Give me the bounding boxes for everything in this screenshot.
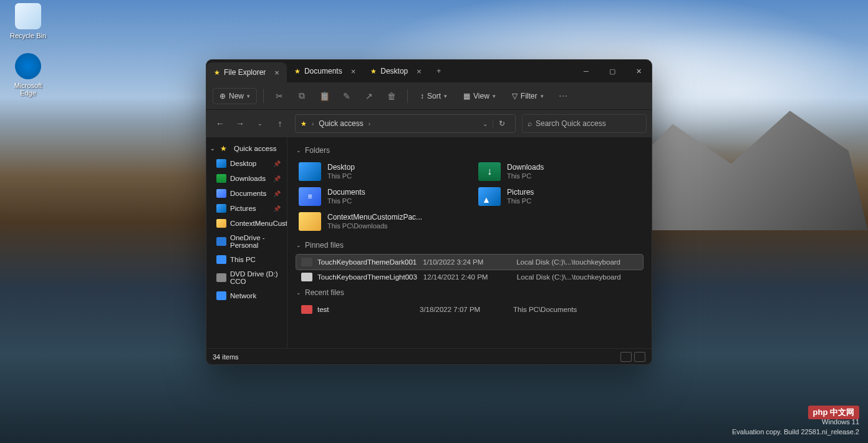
search-input[interactable]: ⌕ Search Quick access bbox=[522, 114, 647, 133]
pin-icon: 📌 bbox=[273, 205, 281, 212]
sidebar-item-label: Quick access bbox=[234, 145, 276, 152]
new-button[interactable]: ⊕ New ▾ bbox=[213, 88, 257, 104]
section-label: Recent files bbox=[305, 288, 344, 297]
folder-icon bbox=[216, 273, 226, 282]
watermark-line2: Evaluation copy. Build 22581.ni_release.… bbox=[732, 427, 859, 437]
filter-button[interactable]: ▽ Filter ▾ bbox=[506, 89, 550, 104]
paste-button[interactable]: 📋 bbox=[315, 87, 334, 105]
file-location: Local Disk (C:)\...\touchkeyboard bbox=[516, 258, 641, 266]
folder-item[interactable]: Documents This PC bbox=[296, 185, 463, 208]
sidebar-item-label: OneDrive - Personal bbox=[230, 234, 281, 249]
folder-item[interactable]: Pictures This PC bbox=[476, 185, 643, 208]
sidebar-item[interactable]: DVD Drive (D:) CCO bbox=[206, 267, 287, 288]
folder-location: This PC bbox=[327, 172, 355, 181]
desktop-icon-edge[interactable]: Microsoft Edge bbox=[9, 53, 47, 97]
chevron-down-icon: ⌄ bbox=[296, 290, 301, 296]
thumbnails-view-button[interactable] bbox=[634, 352, 645, 362]
sidebar-item[interactable]: Pictures 📌 bbox=[206, 201, 287, 216]
share-button[interactable]: ↗ bbox=[360, 87, 379, 105]
folder-icon bbox=[216, 174, 226, 183]
more-button[interactable]: ⋯ bbox=[554, 87, 572, 105]
tab-desktop[interactable]: ★ Desktop × bbox=[363, 60, 429, 82]
navigation-pane[interactable]: ⌄ ★ Quick access Desktop 📌 Downloads 📌 D… bbox=[206, 137, 287, 348]
chevron-down-icon: ▾ bbox=[541, 93, 544, 99]
refresh-button[interactable]: ↻ bbox=[493, 119, 510, 128]
address-bar[interactable]: ★ › Quick access › ⌄ ↻ bbox=[295, 114, 516, 133]
sidebar-item-label: DVD Drive (D:) CCO bbox=[230, 270, 281, 285]
tab-documents[interactable]: ★ Documents × bbox=[287, 60, 363, 82]
breadcrumb[interactable]: Quick access bbox=[319, 119, 363, 128]
folder-icon bbox=[299, 212, 321, 231]
folder-icon bbox=[216, 159, 226, 168]
status-bar: 34 items bbox=[206, 348, 652, 364]
sort-button[interactable]: ↕ Sort ▾ bbox=[414, 89, 453, 104]
chevron-down-icon[interactable]: ⌄ bbox=[483, 120, 488, 127]
section-pinned[interactable]: ⌄ Pinned files bbox=[296, 241, 643, 250]
sidebar-item-label: This PC bbox=[230, 256, 256, 263]
forward-button[interactable]: → bbox=[231, 115, 249, 132]
desktop-icon-recycle-bin[interactable]: Recycle Bin bbox=[9, 3, 47, 39]
sidebar-item[interactable]: Desktop 📌 bbox=[206, 156, 287, 171]
folder-icon bbox=[216, 204, 226, 213]
section-recent[interactable]: ⌄ Recent files bbox=[296, 288, 643, 297]
folder-icon bbox=[478, 187, 501, 206]
file-location: This PC\Documents bbox=[513, 306, 638, 313]
separator bbox=[407, 89, 408, 103]
minimize-button[interactable]: ─ bbox=[573, 60, 599, 82]
sidebar-item-label: Network bbox=[230, 292, 256, 299]
titlebar[interactable]: ★ File Explorer × ★ Documents × ★ Deskto… bbox=[206, 60, 652, 82]
copy-button[interactable]: ⧉ bbox=[292, 87, 311, 105]
folder-name: Pictures bbox=[507, 188, 534, 197]
star-icon: ★ bbox=[370, 67, 377, 75]
close-icon[interactable]: × bbox=[351, 67, 356, 76]
pin-icon: 📌 bbox=[273, 160, 281, 167]
back-button[interactable]: ← bbox=[211, 115, 229, 132]
cut-button[interactable]: ✂ bbox=[270, 87, 289, 105]
file-row[interactable]: TouchKeyboardThemeDark001 1/10/2022 3:24… bbox=[296, 255, 643, 270]
star-icon: ★ bbox=[214, 69, 220, 77]
up-button[interactable]: ↑ bbox=[271, 115, 289, 132]
sidebar-item[interactable]: ContextMenuCust bbox=[206, 216, 287, 231]
sidebar-item[interactable]: This PC bbox=[206, 252, 287, 267]
view-button[interactable]: ▦ View ▾ bbox=[457, 89, 502, 104]
file-location: Local Disk (C:)\...\touchkeyboard bbox=[517, 273, 642, 281]
folder-icon bbox=[216, 237, 226, 246]
new-tab-button[interactable]: + bbox=[429, 60, 449, 82]
maximize-button[interactable]: ▢ bbox=[599, 60, 625, 82]
recent-locations-button[interactable]: ⌄ bbox=[251, 115, 269, 132]
sidebar-item[interactable]: OneDrive - Personal bbox=[206, 231, 287, 252]
folder-name: ContextMenuCustomizPac... bbox=[327, 213, 422, 222]
file-row[interactable]: TouchKeyboardThemeLight003 12/14/2021 2:… bbox=[296, 270, 643, 285]
details-view-button[interactable] bbox=[620, 352, 632, 362]
item-count: 34 items bbox=[213, 353, 239, 361]
sidebar-item[interactable]: Downloads 📌 bbox=[206, 171, 287, 186]
delete-button[interactable]: 🗑 bbox=[382, 87, 401, 105]
tab-file-explorer[interactable]: ★ File Explorer × bbox=[206, 62, 287, 82]
close-icon[interactable]: × bbox=[274, 68, 279, 77]
section-label: Folders bbox=[305, 146, 330, 155]
file-date: 3/18/2022 7:07 PM bbox=[420, 306, 507, 313]
tab-label: File Explorer bbox=[224, 68, 266, 77]
folder-icon bbox=[299, 162, 321, 181]
sidebar-quick-access[interactable]: ⌄ ★ Quick access bbox=[206, 141, 287, 156]
tab-label: Documents bbox=[304, 67, 342, 75]
tabs: ★ File Explorer × ★ Documents × ★ Deskto… bbox=[206, 60, 573, 82]
close-icon[interactable]: × bbox=[417, 67, 422, 76]
search-placeholder: Search Quick access bbox=[536, 119, 606, 128]
sidebar-item[interactable]: Network bbox=[206, 288, 287, 303]
star-icon: ★ bbox=[294, 67, 301, 75]
search-icon: ⌕ bbox=[528, 119, 532, 128]
pin-icon: 📌 bbox=[273, 190, 281, 197]
content-pane[interactable]: ⌄ Folders Desktop This PC Downloads This… bbox=[287, 137, 652, 348]
sidebar-item[interactable]: Documents 📌 bbox=[206, 186, 287, 201]
folder-item[interactable]: Desktop This PC bbox=[296, 160, 463, 183]
file-row[interactable]: test 3/18/2022 7:07 PM This PC\Documents bbox=[296, 302, 643, 317]
close-window-button[interactable]: ✕ bbox=[625, 60, 652, 82]
file-date: 12/14/2021 2:40 PM bbox=[423, 273, 511, 281]
folder-item[interactable]: ContextMenuCustomizPac... This PC\Downlo… bbox=[296, 210, 463, 233]
folder-icon bbox=[216, 291, 226, 300]
rename-button[interactable]: ✎ bbox=[337, 87, 356, 105]
file-icon bbox=[301, 258, 312, 266]
folder-item[interactable]: Downloads This PC bbox=[476, 160, 643, 183]
section-folders[interactable]: ⌄ Folders bbox=[296, 146, 643, 155]
